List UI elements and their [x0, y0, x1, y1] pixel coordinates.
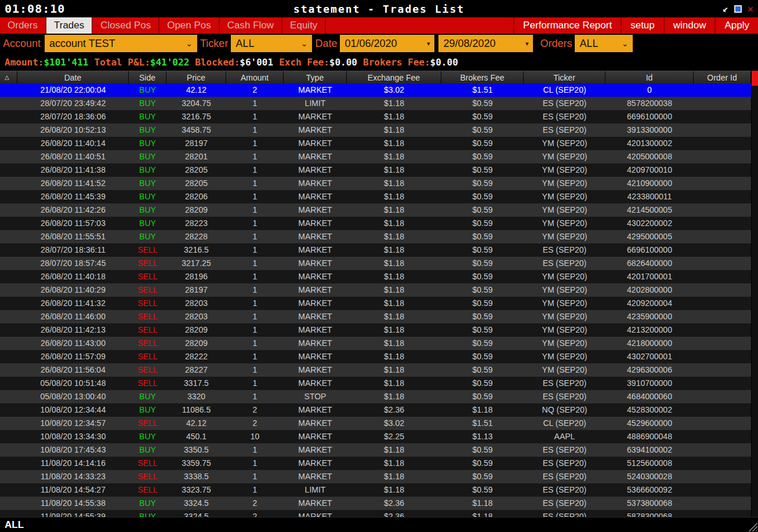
tab-trades[interactable]: Trades	[46, 17, 93, 34]
apply-button[interactable]: Apply	[715, 17, 758, 34]
table-row[interactable]: 10/08/20 17:45:43BUY3350.51MARKET$1.18$0…	[0, 443, 758, 457]
account-dropdown[interactable]: account TEST ⌄	[45, 35, 197, 52]
scrollbar-thumb[interactable]	[752, 71, 758, 86]
table-row[interactable]: 11/08/20 14:33:23SELL3338.51MARKET$1.18$…	[0, 470, 758, 483]
performance-report-button[interactable]: Performance Report	[513, 17, 621, 34]
minimize-icon[interactable]: ↙	[723, 4, 728, 13]
cell-exchange-fee: $1.18	[347, 377, 441, 390]
table-row[interactable]: 26/08/20 11:43:00SELL282091MARKET$1.18$0…	[0, 337, 758, 350]
table-row[interactable]: 28/07/20 18:36:06BUY3216.751MARKET$1.18$…	[0, 110, 758, 123]
cell-order-id	[694, 310, 751, 323]
row-sort-spacer	[0, 297, 17, 310]
table-row[interactable]: 26/08/20 11:41:32SELL282031MARKET$1.18$0…	[0, 297, 758, 310]
table-row[interactable]: 10/08/20 12:34:57SELL42.122MARKET$3.02$1…	[0, 417, 758, 430]
date-to-picker[interactable]: 29/08/2020 ▾	[438, 35, 533, 52]
column-header-id[interactable]: Id	[605, 71, 694, 83]
column-header-side[interactable]: Side	[129, 71, 166, 83]
ticker-dropdown[interactable]: ALL ⌄	[231, 35, 312, 52]
resize-grip[interactable]	[748, 522, 757, 531]
cell-side: BUY	[129, 230, 166, 243]
summary-value: $41'022	[150, 57, 189, 68]
tab-orders[interactable]: Orders	[0, 17, 46, 34]
cell-type: MARKET	[284, 177, 347, 190]
cell-side: BUY	[129, 497, 166, 510]
column-header-order-id[interactable]: Order Id	[694, 71, 751, 83]
table-row[interactable]: 28/07/20 18:36:11SELL3216.51MARKET$1.18$…	[0, 243, 758, 257]
tab-open-pos[interactable]: Open Pos	[159, 17, 220, 34]
table-row[interactable]: 26/08/20 11:40:18SELL281961MARKET$1.18$0…	[0, 270, 758, 283]
vertical-scrollbar[interactable]	[751, 71, 758, 517]
sort-indicator-icon[interactable]: △	[0, 71, 17, 83]
table-row[interactable]: 26/08/20 10:52:13BUY3458.751MARKET$1.18$…	[0, 123, 758, 137]
cell-type: MARKET	[284, 190, 347, 203]
table-row[interactable]: 26/08/20 11:41:38BUY282051MARKET$1.18$0.…	[0, 163, 758, 177]
cell-date: 26/08/20 11:41:38	[17, 163, 129, 177]
table-row[interactable]: 11/08/20 14:55:38BUY3324.52MARKET$2.36$1…	[0, 497, 758, 510]
cell-price: 28209	[166, 323, 226, 337]
row-sort-spacer	[0, 283, 17, 297]
cell-amount: 1	[226, 390, 284, 403]
row-sort-spacer	[0, 377, 17, 390]
cell-amount: 1	[226, 323, 284, 337]
column-header-type[interactable]: Type	[284, 71, 347, 83]
cell-price: 3204.75	[166, 97, 226, 110]
table-row[interactable]: 26/08/20 11:55:51BUY282281MARKET$1.18$0.…	[0, 230, 758, 243]
table-row[interactable]: 26/08/20 11:56:04SELL282271MARKET$1.18$0…	[0, 363, 758, 377]
cell-amount: 1	[226, 457, 284, 470]
table-row[interactable]: 11/08/20 14:14:16SELL3359.751MARKET$1.18…	[0, 457, 758, 470]
column-header-amount[interactable]: Amount	[226, 71, 284, 83]
cell-order-id	[694, 483, 751, 497]
row-sort-spacer	[0, 403, 17, 417]
table-row[interactable]: 26/08/20 11:41:52BUY282051MARKET$1.18$0.…	[0, 177, 758, 190]
cell-side: SELL	[129, 257, 166, 270]
table-row[interactable]: 26/08/20 11:42:26BUY282091MARKET$1.18$0.…	[0, 203, 758, 217]
column-header-price[interactable]: Price	[166, 71, 226, 83]
tab-cash-flow[interactable]: Cash Flow	[220, 17, 282, 34]
setup-button[interactable]: setup	[621, 17, 663, 34]
table-row[interactable]: 26/08/20 11:40:51BUY282011MARKET$1.18$0.…	[0, 150, 758, 163]
tab-equity[interactable]: Equity	[282, 17, 326, 34]
column-header-brokers-fee[interactable]: Brokers Fee	[441, 71, 524, 83]
table-row[interactable]: 11/08/20 14:55:39BUY3324.52MARKET$2.36$1…	[0, 510, 758, 517]
table-row[interactable]: 05/08/20 10:51:48SELL3317.51MARKET$1.18$…	[0, 377, 758, 390]
table-row[interactable]: 26/08/20 11:42:13SELL282091MARKET$1.18$0…	[0, 323, 758, 337]
maximize-icon[interactable]	[734, 5, 742, 13]
window-button[interactable]: window	[663, 17, 715, 34]
table-row[interactable]: 26/08/20 11:40:29SELL281971MARKET$1.18$0…	[0, 283, 758, 297]
close-icon[interactable]: ✕	[748, 4, 753, 13]
table-row[interactable]: 26/08/20 11:45:39BUY282061MARKET$1.18$0.…	[0, 190, 758, 203]
table-row[interactable]: 28/07/20 23:49:42BUY3204.751LIMIT$1.18$0…	[0, 97, 758, 110]
cell-brokers-fee: $1.18	[441, 403, 524, 417]
status-text: ALL	[0, 519, 24, 531]
cell-side: SELL	[129, 283, 166, 297]
cell-brokers-fee: $0.59	[441, 137, 524, 150]
column-header-ticker[interactable]: Ticker	[524, 71, 605, 83]
orders-dropdown[interactable]: ALL ⌄	[575, 35, 633, 52]
cell-date: 05/08/20 13:00:40	[17, 390, 129, 403]
cell-exchange-fee: $2.36	[347, 510, 441, 517]
summary-bar: Amount:$101'411Total P&L:$41'022Blocked:…	[0, 53, 758, 71]
table-row[interactable]: 10/08/20 12:34:44BUY11086.52MARKET$2.36$…	[0, 403, 758, 417]
row-sort-spacer	[0, 363, 17, 377]
tab-closed-pos[interactable]: Closed Pos	[93, 17, 159, 34]
table-row[interactable]: 26/08/20 11:57:09SELL282221MARKET$1.18$0…	[0, 350, 758, 363]
cell-side: BUY	[129, 97, 166, 110]
table-row[interactable]: 05/08/20 13:00:40BUY33201STOP$1.18$0.59E…	[0, 390, 758, 403]
cell-type: MARKET	[284, 337, 347, 350]
cell-id: 4684000060	[605, 390, 694, 403]
cell-price: 3338.5	[166, 470, 226, 483]
table-row[interactable]: 11/08/20 14:54:27SELL3323.751LIMIT$1.18$…	[0, 483, 758, 497]
cell-price: 3324.5	[166, 510, 226, 517]
cell-order-id	[694, 377, 751, 390]
table-row[interactable]: 26/08/20 11:46:00SELL282031MARKET$1.18$0…	[0, 310, 758, 323]
cell-ticker: YM (SEP20)	[524, 310, 605, 323]
column-header-exchange-fee[interactable]: Exchange Fee	[347, 71, 441, 83]
table-row[interactable]: 28/07/20 18:57:45SELL3217.251MARKET$1.18…	[0, 257, 758, 270]
column-header-date[interactable]: Date	[17, 71, 129, 83]
table-row[interactable]: 21/08/20 22:00:04BUY42.122MARKET$3.02$1.…	[0, 83, 758, 97]
table-row[interactable]: 26/08/20 11:57:03BUY282231MARKET$1.18$0.…	[0, 217, 758, 230]
table-row[interactable]: 26/08/20 11:40:14BUY281971MARKET$1.18$0.…	[0, 137, 758, 150]
date-from-picker[interactable]: 01/06/2020 ▾	[340, 35, 434, 52]
table-row[interactable]: 10/08/20 13:34:30BUY450.110MARKET$2.25$1…	[0, 430, 758, 443]
row-sort-spacer	[0, 443, 17, 457]
